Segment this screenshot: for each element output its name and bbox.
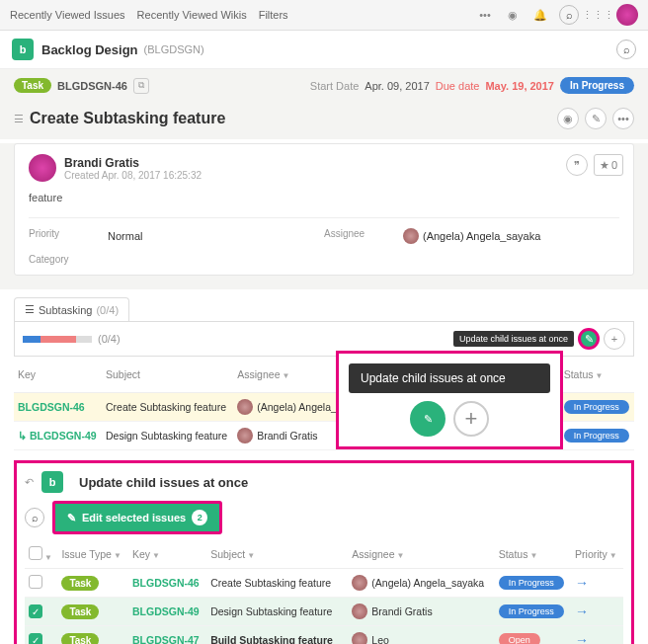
add-child-small-button[interactable]: + bbox=[604, 328, 625, 350]
issue-type-badge: Task bbox=[14, 78, 51, 93]
star-button[interactable]: ★ 0 bbox=[594, 154, 623, 176]
project-header: b Backlog Design (BLGDSGN) ⌕ bbox=[0, 31, 648, 69]
priority-label: Priority bbox=[29, 228, 108, 244]
subtask-tab[interactable]: ☰ Subtasking (0/4) bbox=[14, 297, 129, 321]
check-all[interactable] bbox=[29, 546, 42, 560]
project-icon-small: b bbox=[41, 471, 63, 493]
priority-value: Normal bbox=[108, 228, 324, 244]
row-status: In Progress bbox=[499, 604, 564, 618]
title-row: ☰ Create Subtasking feature ◉ ✎ ••• bbox=[0, 102, 648, 139]
selected-count: 2 bbox=[192, 510, 207, 525]
assignee-label: Assignee bbox=[324, 228, 403, 244]
col-key[interactable]: Key bbox=[14, 357, 102, 393]
edit-button[interactable]: ✎ bbox=[585, 108, 607, 129]
row-key[interactable]: BLGDSGN-49 bbox=[128, 598, 206, 626]
update-panel: ↶ b Update child issues at once ⌕ ✎ Edit… bbox=[14, 460, 634, 644]
arrow-icon[interactable]: → bbox=[575, 632, 589, 644]
progress-bar bbox=[23, 336, 92, 343]
row-status: In Progress bbox=[564, 400, 629, 414]
bulk-edit-button[interactable]: ✎ bbox=[410, 401, 446, 437]
due-date-label: Due date bbox=[436, 80, 480, 92]
col-type[interactable]: Issue Type▼ bbox=[57, 540, 128, 569]
issue-description: feature bbox=[29, 192, 619, 203]
row-status: Open bbox=[499, 633, 540, 644]
row-key[interactable]: BLGDSGN-47 bbox=[128, 626, 206, 645]
author-name: Brandi Gratis bbox=[64, 156, 202, 170]
issue-card: Brandi Gratis Created Apr. 08, 2017 16:2… bbox=[14, 143, 634, 276]
list-icon: ☰ bbox=[25, 303, 35, 316]
row-checkbox[interactable] bbox=[29, 604, 42, 618]
row-subject: Create Subtasking feature bbox=[102, 393, 233, 422]
copy-icon[interactable]: ⧉ bbox=[133, 78, 149, 94]
arrow-icon[interactable]: → bbox=[575, 575, 589, 591]
start-date-value: Apr. 09, 2017 bbox=[364, 80, 429, 92]
row-type: Task bbox=[61, 604, 99, 619]
watch-button[interactable]: ◉ bbox=[557, 108, 579, 129]
row-status: In Progress bbox=[499, 576, 564, 590]
col-status[interactable]: Status▼ bbox=[560, 357, 634, 393]
quote-icon[interactable]: ❞ bbox=[566, 154, 588, 176]
back-icon[interactable]: ↶ bbox=[25, 476, 34, 489]
project-key: (BLGDSGN) bbox=[144, 43, 204, 55]
row-key[interactable]: BLGDSGN-46 bbox=[14, 393, 102, 422]
subtask-icon: ☰ bbox=[14, 113, 24, 125]
col-priority[interactable]: Priority▼ bbox=[571, 540, 623, 569]
bell-icon[interactable]: 🔔 bbox=[531, 6, 549, 24]
update-table: ▼ Issue Type▼ Key▼ Subject▼ Assignee▼ St… bbox=[25, 540, 623, 644]
progress-text: (0/4) bbox=[98, 333, 121, 345]
search-icon[interactable]: ⌕ bbox=[559, 5, 579, 25]
more-button[interactable]: ••• bbox=[612, 108, 634, 129]
bulk-edit-small-button[interactable]: ✎ bbox=[578, 328, 600, 350]
tooltip-callout: Update child issues at once ✎ + bbox=[336, 351, 563, 449]
due-date-value: May. 19, 2017 bbox=[485, 80, 554, 92]
nav-recent-issues[interactable]: Recently Viewed Issues bbox=[10, 9, 125, 21]
category-label: Category bbox=[29, 254, 108, 265]
row-subject: Build Subtasking feature bbox=[206, 626, 348, 645]
more-icon[interactable]: ••• bbox=[476, 6, 494, 24]
table-row[interactable]: Task BLGDSGN-47 Build Subtasking feature… bbox=[25, 626, 623, 645]
author-created: Created Apr. 08, 2017 16:25:32 bbox=[64, 170, 202, 181]
user-avatar[interactable] bbox=[616, 4, 638, 26]
row-assignee: Leo bbox=[348, 626, 494, 645]
search-icon-update[interactable]: ⌕ bbox=[25, 508, 44, 527]
row-type: Task bbox=[61, 633, 99, 644]
edit-selected-button[interactable]: ✎ Edit selected issues 2 bbox=[52, 501, 222, 534]
project-search-icon[interactable]: ⌕ bbox=[616, 40, 636, 59]
issue-bar: Task BLGDSGN-46 ⧉ Start Date Apr. 09, 20… bbox=[0, 69, 648, 102]
col-subject[interactable]: Subject bbox=[102, 357, 233, 393]
col-status2[interactable]: Status▼ bbox=[495, 540, 571, 569]
nav-recent-wikis[interactable]: Recently Viewed Wikis bbox=[137, 9, 247, 21]
watch-icon[interactable]: ◉ bbox=[504, 6, 522, 24]
row-subject: Design Subtasking feature bbox=[102, 422, 233, 450]
row-key[interactable]: BLGDSGN-46 bbox=[128, 569, 206, 598]
col-subject2[interactable]: Subject▼ bbox=[206, 540, 348, 569]
row-type: Task bbox=[61, 576, 99, 591]
mini-tooltip: Update child issues at once bbox=[453, 331, 574, 347]
arrow-icon[interactable]: → bbox=[575, 604, 589, 619]
start-date-label: Start Date bbox=[310, 80, 360, 92]
row-assignee: Brandi Gratis bbox=[348, 598, 494, 626]
col-key2[interactable]: Key▼ bbox=[128, 540, 206, 569]
nav-filters[interactable]: Filters bbox=[259, 9, 288, 21]
row-checkbox[interactable] bbox=[29, 575, 42, 589]
assignee-value: (Angela) Angela_sayaka bbox=[403, 228, 619, 244]
status-badge[interactable]: In Progress bbox=[560, 77, 634, 94]
row-assignee: (Angela) Angela_sayaka bbox=[348, 569, 494, 598]
tooltip-bubble: Update child issues at once bbox=[349, 363, 550, 393]
update-title: Update child issues at once bbox=[79, 475, 248, 490]
edit-icon: ✎ bbox=[67, 512, 76, 524]
row-status: In Progress bbox=[564, 429, 629, 443]
project-icon: b bbox=[12, 39, 34, 60]
col-assignee2[interactable]: Assignee▼ bbox=[348, 540, 494, 569]
row-subject: Create Subtasking feature bbox=[206, 569, 348, 598]
apps-icon[interactable]: ⋮⋮⋮ bbox=[589, 6, 607, 24]
table-row[interactable]: Task BLGDSGN-46 Create Subtasking featur… bbox=[25, 569, 623, 598]
issue-title: Create Subtasking feature bbox=[30, 110, 225, 127]
table-row[interactable]: Task BLGDSGN-49 Design Subtasking featur… bbox=[25, 598, 623, 626]
project-name[interactable]: Backlog Design bbox=[41, 42, 138, 57]
add-child-button[interactable]: + bbox=[453, 401, 489, 437]
issue-key: BLGDSGN-46 bbox=[57, 80, 127, 92]
row-checkbox[interactable] bbox=[29, 633, 42, 644]
author-avatar bbox=[29, 154, 56, 182]
row-key[interactable]: ↳ BLGDSGN-49 bbox=[14, 422, 102, 450]
